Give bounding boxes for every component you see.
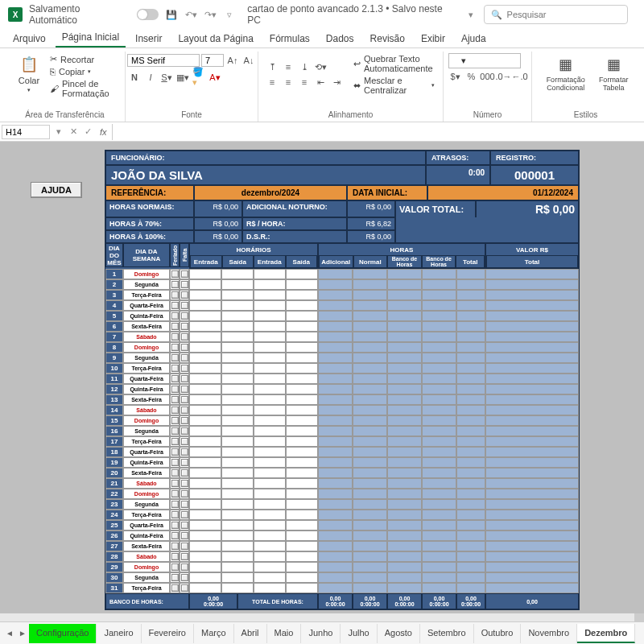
entrada2-cell[interactable]: [254, 562, 286, 572]
entrada-cell[interactable]: [189, 269, 221, 279]
feriado-checkbox[interactable]: [170, 457, 180, 468]
feriado-checkbox[interactable]: [170, 363, 180, 374]
sheet-tab-configuração[interactable]: Configuração: [29, 624, 97, 643]
entrada-cell[interactable]: [189, 394, 221, 405]
copy-button[interactable]: ⎘Copiar▾: [48, 66, 118, 77]
saida2-cell[interactable]: [286, 510, 318, 520]
saida-cell[interactable]: [221, 374, 254, 384]
saida2-cell[interactable]: [286, 269, 318, 279]
entrada2-cell[interactable]: [254, 279, 286, 290]
feriado-checkbox[interactable]: [170, 468, 180, 478]
falta-checkbox[interactable]: [180, 363, 189, 374]
menu-dados[interactable]: Dados: [320, 30, 361, 47]
feriado-checkbox[interactable]: [170, 374, 180, 384]
formula-input[interactable]: [112, 124, 644, 140]
falta-checkbox[interactable]: [180, 468, 189, 478]
sheet-tab-setembro[interactable]: Setembro: [420, 624, 474, 643]
feriado-checkbox[interactable]: [170, 415, 180, 426]
entrada2-cell[interactable]: [254, 384, 286, 394]
feriado-checkbox[interactable]: [170, 384, 180, 394]
saida-cell[interactable]: [221, 583, 254, 593]
sheet-tab-janeiro[interactable]: Janeiro: [97, 624, 141, 643]
saida-cell[interactable]: [221, 405, 254, 415]
saida2-cell[interactable]: [286, 332, 318, 342]
wrap-text-button[interactable]: ↩Quebrar Texto Automaticamente: [352, 53, 436, 74]
menu-arquivo[interactable]: Arquivo: [6, 30, 52, 47]
saida-cell[interactable]: [221, 468, 254, 478]
entrada-cell[interactable]: [189, 290, 221, 300]
saida-cell[interactable]: [221, 269, 254, 279]
menu-ajuda[interactable]: Ajuda: [455, 30, 493, 47]
align-center-icon[interactable]: ≡: [281, 75, 295, 89]
entrada-cell[interactable]: [189, 520, 221, 530]
save-icon[interactable]: 💾: [165, 8, 178, 21]
feriado-checkbox[interactable]: [170, 394, 180, 405]
saida-cell[interactable]: [221, 447, 254, 457]
feriado-checkbox[interactable]: [170, 436, 180, 447]
falta-checkbox[interactable]: [180, 499, 189, 510]
entrada2-cell[interactable]: [254, 405, 286, 415]
entrada-cell[interactable]: [189, 478, 221, 489]
saida2-cell[interactable]: [286, 279, 318, 290]
entrada-cell[interactable]: [189, 551, 221, 562]
entrada2-cell[interactable]: [254, 541, 286, 551]
entrada-cell[interactable]: [189, 457, 221, 468]
conditional-formatting-button[interactable]: ▦Formatação Condicional: [539, 53, 592, 93]
falta-checkbox[interactable]: [180, 478, 189, 489]
sheet-tab-outubro[interactable]: Outubro: [474, 624, 522, 643]
entrada-cell[interactable]: [189, 300, 221, 311]
feriado-checkbox[interactable]: [170, 426, 180, 436]
entrada2-cell[interactable]: [254, 520, 286, 530]
entrada-cell[interactable]: [189, 384, 221, 394]
feriado-checkbox[interactable]: [170, 489, 180, 499]
entrada2-cell[interactable]: [254, 363, 286, 374]
align-left-icon[interactable]: ≡: [265, 75, 279, 89]
undo-icon[interactable]: ↶▾: [184, 8, 197, 21]
redo-icon[interactable]: ↷▾: [204, 8, 217, 21]
entrada-cell[interactable]: [189, 321, 221, 332]
entrada-cell[interactable]: [189, 499, 221, 510]
entrada2-cell[interactable]: [254, 394, 286, 405]
menu-inserir[interactable]: Inserir: [129, 30, 168, 47]
feriado-checkbox[interactable]: [170, 541, 180, 551]
saida-cell[interactable]: [221, 541, 254, 551]
entrada2-cell[interactable]: [254, 551, 286, 562]
entrada2-cell[interactable]: [254, 457, 286, 468]
falta-checkbox[interactable]: [180, 436, 189, 447]
feriado-checkbox[interactable]: [170, 499, 180, 510]
entrada-cell[interactable]: [189, 541, 221, 551]
sheet-tab-abril[interactable]: Abril: [234, 624, 267, 643]
sheet-tab-julho[interactable]: Julho: [341, 624, 377, 643]
feriado-checkbox[interactable]: [170, 332, 180, 342]
entrada-cell[interactable]: [189, 583, 221, 593]
entrada-cell[interactable]: [189, 332, 221, 342]
saida-cell[interactable]: [221, 300, 254, 311]
entrada2-cell[interactable]: [254, 321, 286, 332]
tab-nav-next[interactable]: ►: [16, 629, 29, 638]
saida2-cell[interactable]: [286, 290, 318, 300]
inc-decimal-icon[interactable]: .0→: [497, 69, 511, 84]
falta-checkbox[interactable]: [180, 572, 189, 583]
entrada2-cell[interactable]: [254, 499, 286, 510]
saida2-cell[interactable]: [286, 457, 318, 468]
falta-checkbox[interactable]: [180, 415, 189, 426]
decrease-font-icon[interactable]: A↓: [242, 53, 256, 68]
entrada-cell[interactable]: [189, 311, 221, 321]
bold-button[interactable]: N: [127, 70, 142, 85]
falta-checkbox[interactable]: [180, 374, 189, 384]
cut-button[interactable]: ✂Recortar: [48, 53, 118, 65]
saida2-cell[interactable]: [286, 541, 318, 551]
namebox-dropdown-icon[interactable]: ▾: [52, 126, 66, 137]
saida2-cell[interactable]: [286, 363, 318, 374]
entrada2-cell[interactable]: [254, 468, 286, 478]
sheet-tab-maio[interactable]: Maio: [267, 624, 302, 643]
entrada2-cell[interactable]: [254, 342, 286, 353]
falta-checkbox[interactable]: [180, 269, 189, 279]
entrada-cell[interactable]: [189, 510, 221, 520]
format-table-button[interactable]: ▦Formatar Tabela: [594, 53, 633, 93]
saida-cell[interactable]: [221, 415, 254, 426]
feriado-checkbox[interactable]: [170, 279, 180, 290]
entrada2-cell[interactable]: [254, 426, 286, 436]
entrada-cell[interactable]: [189, 353, 221, 363]
comma-icon[interactable]: 000: [481, 69, 495, 84]
